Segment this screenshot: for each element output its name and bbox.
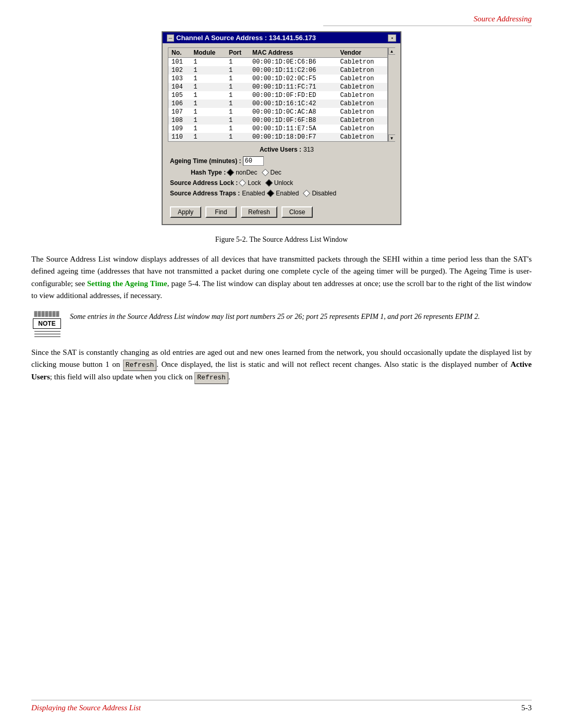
traps-enabled-label: Enabled — [276, 190, 299, 197]
hash-nonDec-label: nonDec — [236, 169, 257, 176]
active-users-value: 313 — [303, 146, 314, 153]
table-cell: 101 — [168, 58, 191, 67]
active-users-label: Active Users : — [260, 146, 301, 153]
traps-enabled-item[interactable]: Enabled — [268, 190, 299, 197]
note-line-2 — [34, 334, 60, 335]
scrollbar-down-btn[interactable]: ▼ — [388, 134, 396, 142]
table-cell: 00:00:1D:16:1C:42 — [249, 100, 337, 108]
traps-group: Enabled Disabled — [268, 190, 336, 197]
refresh-inline-1: Refresh — [123, 360, 157, 371]
traps-current-value: Enabled — [242, 190, 265, 197]
table-cell: 00:00:1D:11:E7:5A — [249, 125, 337, 133]
page-ref: page 5-4 — [171, 279, 198, 288]
table-cell: 105 — [168, 91, 191, 100]
note-lines — [33, 331, 60, 337]
button-row: Apply Find Refresh Close — [168, 202, 395, 220]
table-cell: 1 — [190, 58, 226, 67]
titlebar-restore-btn[interactable]: ▪ — [388, 34, 396, 42]
table-cell: Cabletron — [337, 125, 388, 133]
dialog-window: ─ Channel A Source Address : 134.141.56.… — [162, 31, 401, 225]
traps-enabled-radio[interactable] — [267, 190, 274, 197]
table-cell: 103 — [168, 75, 191, 83]
header-title: Source Addressing — [473, 15, 532, 23]
table-cell: 106 — [168, 100, 191, 108]
col-no: No. — [168, 48, 191, 58]
titlebar-icon: ─ — [167, 34, 174, 42]
table-cell: 104 — [168, 83, 191, 91]
col-mac: MAC Address — [249, 48, 337, 58]
lock-lock-item[interactable]: Lock — [240, 179, 261, 187]
table-cell: Cabletron — [337, 58, 388, 67]
page-footer: Displaying the Source Address List 5-3 — [31, 700, 532, 712]
lock-label: Source Address Lock : — [170, 179, 238, 187]
table-cell: 1 — [190, 108, 226, 116]
body-paragraph-2: Since the SAT is constantly changing as … — [31, 347, 532, 384]
hash-nonDec-radio[interactable] — [227, 169, 234, 176]
ageing-input[interactable] — [243, 156, 264, 166]
table-row: 1101100:00:1D:18:D0:F7Cabletron — [168, 133, 388, 142]
note-icon: ▓▓▓▓▓▓▓ NOTE — [31, 311, 63, 337]
traps-disabled-radio[interactable] — [303, 190, 310, 197]
apply-button[interactable]: Apply — [170, 206, 201, 218]
table-cell: 1 — [226, 133, 249, 142]
body-paragraph-1: The Source Address List window displays … — [31, 253, 532, 302]
note-line-1 — [34, 331, 60, 332]
ageing-row: Ageing Time (minutes) : — [170, 156, 393, 166]
refresh-button[interactable]: Refresh — [241, 206, 277, 218]
traps-disabled-item[interactable]: Disabled — [304, 190, 336, 197]
table-cell: 1 — [226, 91, 249, 100]
table-cell: 1 — [190, 75, 226, 83]
traps-disabled-label: Disabled — [312, 190, 336, 197]
table-cell: 00:00:1D:11:FC:71 — [249, 83, 337, 91]
close-button[interactable]: Close — [282, 206, 313, 218]
page-header: Source Addressing — [323, 15, 532, 26]
find-button[interactable]: Find — [205, 206, 237, 218]
table-cell: 1 — [226, 116, 249, 125]
table-wrapper: No. Module Port MAC Address Vendor 10111… — [168, 47, 395, 142]
scrollbar[interactable]: ▲ ▼ — [388, 47, 395, 142]
note-text: Some entries in the Source Address List … — [70, 311, 532, 322]
table-cell: 00:00:1D:02:0C:F5 — [249, 75, 337, 83]
table-cell: Cabletron — [337, 133, 388, 142]
lock-unlock-radio[interactable] — [265, 179, 273, 187]
col-module: Module — [190, 48, 226, 58]
table-cell: Cabletron — [337, 75, 388, 83]
table-cell: 1 — [190, 100, 226, 108]
lock-lock-radio[interactable] — [239, 179, 246, 187]
table-cell: 1 — [190, 116, 226, 125]
table-cell: 00:00:1D:0C:AC:A8 — [249, 108, 337, 116]
lock-unlock-item[interactable]: Unlock — [266, 179, 293, 187]
table-cell: Cabletron — [337, 100, 388, 108]
lock-group: Lock Unlock — [240, 179, 293, 187]
table-cell: 109 — [168, 125, 191, 133]
hash-dec-item[interactable]: Dec — [263, 169, 282, 176]
table-cell: 1 — [226, 83, 249, 91]
table-cell: 1 — [226, 125, 249, 133]
table-cell: 1 — [226, 100, 249, 108]
table-cell: 1 — [226, 75, 249, 83]
titlebar-left: ─ Channel A Source Address : 134.141.56.… — [167, 34, 316, 42]
refresh-inline-2: Refresh — [194, 372, 228, 384]
table-row: 1021100:00:1D:11:C2:06Cabletron — [168, 66, 388, 75]
table-cell: 00:00:1D:0E:C6:B6 — [249, 58, 337, 67]
hash-nonDec-item[interactable]: nonDec — [228, 169, 257, 176]
table-cell: 107 — [168, 108, 191, 116]
table-cell: 108 — [168, 116, 191, 125]
hash-row: Hash Type : nonDec Dec — [191, 169, 393, 176]
scrollbar-up-btn[interactable]: ▲ — [388, 47, 396, 55]
ageing-link[interactable]: Setting the Ageing Time — [87, 279, 167, 288]
table-cell: 00:00:1D:0F:6F:B8 — [249, 116, 337, 125]
dialog-body: No. Module Port MAC Address Vendor 10111… — [163, 43, 400, 224]
hash-dec-label: Dec — [271, 169, 282, 176]
hash-dec-radio[interactable] — [261, 169, 268, 176]
table-cell: 1 — [190, 83, 226, 91]
col-port: Port — [226, 48, 249, 58]
table-cell: Cabletron — [337, 108, 388, 116]
footer-left: Displaying the Source Address List — [31, 704, 141, 712]
table-row: 1071100:00:1D:0C:AC:A8Cabletron — [168, 108, 388, 116]
address-table: No. Module Port MAC Address Vendor 10111… — [168, 47, 388, 142]
table-cell: 110 — [168, 133, 191, 142]
note-line-3 — [34, 336, 60, 337]
table-cell: 00:00:1D:18:D0:F7 — [249, 133, 337, 142]
table-cell: Cabletron — [337, 116, 388, 125]
